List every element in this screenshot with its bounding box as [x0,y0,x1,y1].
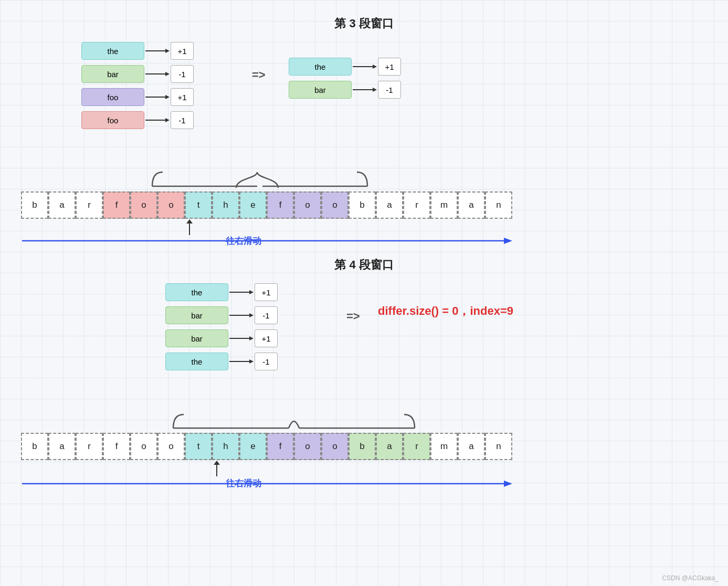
svg-marker-3 [165,72,170,76]
list-item: bar +1 [165,329,278,347]
char-a3: a [458,191,485,219]
char-t1: t [185,191,212,219]
watermark: CSDN @ACGkaka_ [662,574,719,582]
word-foo-purple: foo [81,88,144,106]
list-item: the +1 [81,42,194,60]
section4-title: 第 4 段窗口 [0,257,728,273]
char4-e1: e [239,433,267,460]
svg-marker-19 [249,290,254,294]
arrow-icon [144,69,171,79]
list-item: the +1 [289,58,401,76]
svg-marker-15 [186,219,193,223]
char-b1: b [21,191,48,219]
val-plus1-r: +1 [378,58,401,76]
char-o4: o [321,191,349,219]
list-item: bar -1 [289,81,401,99]
char-o1: o [130,191,157,219]
section3-implies: => [252,68,266,82]
val-4d: -1 [255,353,278,370]
section3-slide-label: 往右滑动 [226,235,261,247]
char-h1: h [212,191,239,219]
svg-marker-23 [249,336,254,340]
val-4c: +1 [255,329,278,347]
svg-marker-25 [249,359,254,364]
brace-svg4 [168,409,420,431]
char4-h1: h [212,433,239,460]
slide-arrow4-svg [21,476,514,491]
char4-o2: o [157,433,185,460]
arrow-icon [144,92,171,102]
arrow-icon [228,356,255,367]
char4-o4: o [321,433,349,460]
arrow-icon [228,333,255,344]
word-foo-pink: foo [81,111,144,129]
word-the-4a: the [165,283,228,301]
list-item: bar -1 [81,65,194,83]
char-r1: r [76,191,103,219]
char-o2: o [157,191,185,219]
arrow-icon [228,287,255,297]
char-m1: m [430,191,458,219]
char4-r1: r [76,433,103,460]
section4-left-list: the +1 bar -1 bar +1 the -1 [165,283,278,370]
char-a2: a [376,191,403,219]
word-the-r: the [289,58,352,76]
section3-right-list: the +1 bar -1 [289,58,401,99]
char4-f2: f [267,433,294,460]
char4-b1: b [21,433,48,460]
val-4a: +1 [255,283,278,301]
svg-marker-7 [165,118,170,122]
val-minus1b: -1 [171,111,194,129]
char-a1: a [48,191,76,219]
section3-char-strip: b a r f o o t h e f o o b a r m a n [21,191,512,219]
up-arrow4-icon [212,461,222,476]
section4-char-strip: b a r f o o t h e f o o b a r m a n [21,433,512,460]
svg-marker-11 [373,88,377,92]
word-bar-4b: bar [165,329,228,347]
char4-a3: a [458,433,485,460]
char-r2: r [403,191,430,219]
section4-up-arrow [212,461,222,476]
char-f2: f [267,191,294,219]
svg-marker-5 [165,95,170,99]
list-item: the -1 [165,353,278,370]
section4-slide-label: 往右滑动 [226,477,261,489]
val-plus1: +1 [171,42,194,60]
svg-marker-31 [504,481,512,487]
char4-a1: a [48,433,76,460]
section4-brace [168,409,420,433]
char-o3: o [294,191,321,219]
section4-implies: => [346,310,360,323]
char-e1: e [239,191,267,219]
section3-left-list: the +1 bar -1 foo +1 foo -1 [81,42,194,129]
char4-b2: b [349,433,376,460]
char4-m1: m [430,433,458,460]
svg-marker-1 [165,49,170,53]
word-bar: bar [81,65,144,83]
section4-result: differ.size() = 0，index=9 [378,303,513,319]
list-item: the +1 [165,283,278,301]
char4-n1: n [485,433,512,460]
val-minus1: -1 [171,65,194,83]
section3-title: 第 3 段窗口 [0,16,728,31]
val-4b: -1 [255,306,278,324]
section4-slide-arrow [21,476,514,491]
list-item: foo +1 [81,88,194,106]
arrow-icon [228,310,255,321]
svg-marker-29 [214,461,220,465]
up-arrow-icon [184,219,195,235]
list-item: bar -1 [165,306,278,324]
section3-up-arrow [184,219,195,235]
arrow-icon [352,61,378,72]
section3-slide-arrow [21,233,514,248]
arrow-icon [144,115,171,125]
svg-marker-9 [373,65,377,69]
char4-f1: f [103,433,130,460]
word-bar-4a: bar [165,306,228,324]
arrow-icon [352,84,378,95]
val-plus1b: +1 [171,88,194,106]
char-b2: b [349,191,376,219]
arrow-icon [144,46,171,56]
char-f1: f [103,191,130,219]
word-bar-r: bar [289,81,352,99]
